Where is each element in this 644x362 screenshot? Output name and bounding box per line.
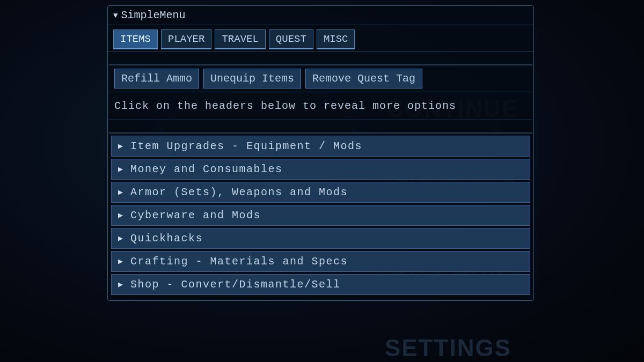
simplemenu-panel: ▼ SimpleMenu ITEMS PLAYER TRAVEL QUEST M… <box>107 5 534 301</box>
remove-quest-tag-button[interactable]: Remove Quest Tag <box>305 69 422 88</box>
tab-travel[interactable]: TRAVEL <box>215 29 265 49</box>
tab-quest[interactable]: QUEST <box>269 29 313 49</box>
unequip-items-button[interactable]: Unequip Items <box>203 69 301 88</box>
expand-icon: ▶ <box>118 279 123 290</box>
category-label: Shop - Convert/Dismantle/Sell <box>130 278 341 291</box>
hint-row: Click on the headers below to reveal mor… <box>109 92 532 120</box>
expand-icon: ▶ <box>118 141 123 151</box>
category-label: Armor (Sets), Weapons and Mods <box>130 186 348 198</box>
expand-icon: ▶ <box>118 210 123 220</box>
category-armor-weapons[interactable]: ▶ Armor (Sets), Weapons and Mods <box>111 182 530 203</box>
category-label: Quickhacks <box>130 232 203 245</box>
panel-titlebar[interactable]: ▼ SimpleMenu <box>108 6 533 25</box>
category-label: Cyberware and Mods <box>130 209 261 221</box>
category-cyberware[interactable]: ▶ Cyberware and Mods <box>111 205 530 226</box>
expand-icon: ▶ <box>118 256 123 267</box>
category-quickhacks[interactable]: ▶ Quickhacks <box>111 228 530 249</box>
category-label: Crafting - Materials and Specs <box>130 255 348 268</box>
hint-text: Click on the headers below to reveal mor… <box>114 100 456 112</box>
category-label: Item Upgrades - Equipment / Mods <box>130 140 362 152</box>
category-shop[interactable]: ▶ Shop - Convert/Dismantle/Sell <box>111 274 530 295</box>
collapse-icon: ▼ <box>113 11 118 20</box>
expand-icon: ▶ <box>118 233 123 243</box>
tab-items[interactable]: ITEMS <box>113 29 158 49</box>
action-button-row: Refill Ammo Unequip Items Remove Quest T… <box>109 65 532 92</box>
category-money-consumables[interactable]: ▶ Money and Consumables <box>111 159 530 180</box>
panel-title: SimpleMenu <box>121 9 185 21</box>
expand-icon: ▶ <box>118 187 123 197</box>
tab-row: ITEMS PLAYER TRAVEL QUEST MISC <box>108 25 533 52</box>
category-list: ▶ Item Upgrades - Equipment / Mods ▶ Mon… <box>108 134 533 300</box>
bg-menu-settings: SETTINGS <box>385 335 511 361</box>
category-item-upgrades[interactable]: ▶ Item Upgrades - Equipment / Mods <box>111 136 530 157</box>
category-label: Money and Consumables <box>130 163 283 175</box>
refill-ammo-button[interactable]: Refill Ammo <box>114 69 199 88</box>
tab-player[interactable]: PLAYER <box>161 29 211 49</box>
expand-icon: ▶ <box>118 164 123 174</box>
tab-misc[interactable]: MISC <box>317 29 355 49</box>
category-crafting[interactable]: ▶ Crafting - Materials and Specs <box>111 251 530 272</box>
